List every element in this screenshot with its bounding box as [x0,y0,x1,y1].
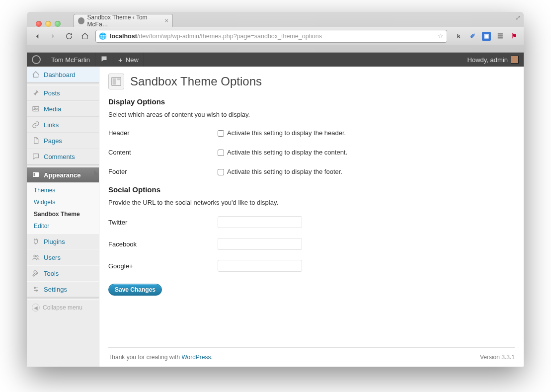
extension-bug-icon[interactable]: ⚑ [510,32,519,41]
submenu-sandbox-theme[interactable]: Sandbox Theme [27,208,99,220]
submenu-themes[interactable]: Themes [27,184,99,196]
wp-admin-bar: Tom McFarlin +New Howdy, admin [27,53,524,67]
menu-media[interactable]: Media [27,101,99,117]
header-checkbox[interactable] [218,130,224,137]
row-googleplus: Google+ [108,255,515,277]
footer-checkbox[interactable] [218,169,224,175]
menu-dashboard[interactable]: Dashboard [27,67,99,82]
home-button[interactable] [79,31,90,42]
svg-point-6 [34,287,36,289]
row-content-field[interactable]: Activate this setting to display the con… [218,149,347,156]
close-window-icon[interactable] [36,21,42,27]
wordpress-link[interactable]: WordPress [181,354,211,361]
row-facebook: Facebook [108,233,515,255]
footer-version: Version 3.3.1 [480,354,515,361]
menu-dashboard-label: Dashboard [44,71,76,78]
site-name: Tom McFarlin [51,56,90,64]
address-bar[interactable]: 🌐 localhost/dev/tom/wp/wp-admin/themes.p… [95,30,447,43]
row-content: Content Activate this setting to display… [108,143,515,162]
footer-thanks-pre: Thank you for creating with [108,354,181,361]
site-name-menu[interactable]: Tom McFarlin [46,53,95,67]
save-changes-button[interactable]: Save Changes [108,284,162,296]
menu-plugins-label: Plugins [44,238,65,245]
svg-point-7 [36,290,38,291]
display-options-desc: Select which areas of content you wish t… [108,111,515,118]
page-title-text: Sandbox Theme Options [130,75,262,88]
comment-icon [32,153,40,160]
menu-posts[interactable]: Posts [27,85,99,101]
menu-comments-label: Comments [44,153,75,160]
menu-tools[interactable]: Tools [27,265,99,281]
bookmark-star-icon[interactable]: ☆ [438,32,444,40]
appearance-icon [32,171,40,179]
pin-icon [32,89,40,97]
facebook-input[interactable] [218,238,302,250]
new-label: New [126,56,139,64]
my-account-menu[interactable]: Howdy, admin [463,53,524,67]
back-button[interactable] [32,31,43,42]
row-header: Header Activate this setting to display … [108,123,515,143]
twitter-input[interactable] [218,216,302,228]
browser-tab[interactable]: Sandbox Theme ‹ Tom McFa… × [74,14,173,27]
menu-settings[interactable]: Settings [27,281,99,297]
extension-icons: k ✐ ▣ ☰ ⚑ [452,32,519,41]
comment-bubble-icon [100,55,108,64]
page-title: Sandbox Theme Options [108,74,515,89]
content-checkbox[interactable] [218,150,224,156]
extension-stack-icon[interactable]: ☰ [496,32,505,41]
menu-pages[interactable]: Pages [27,133,99,149]
window-controls [31,17,66,27]
submenu-editor[interactable]: Editor [27,220,99,232]
comments-menu[interactable] [95,53,113,67]
collapse-icon: ◀ [32,304,40,312]
social-options-table: Twitter Facebook Google+ [108,211,515,277]
collapse-menu[interactable]: ◀Collapse menu [27,300,99,315]
howdy-text: Howdy, admin [468,56,508,64]
new-content-menu[interactable]: +New [113,53,144,67]
extension-k-icon[interactable]: k [454,32,463,41]
tools-icon [32,269,40,277]
menu-comments[interactable]: Comments [27,149,99,164]
wp-footer: Thank you for creating with WordPress. V… [108,347,515,361]
extension-eyedropper-icon[interactable]: ✐ [468,32,477,41]
menu-posts-label: Posts [44,89,60,97]
minimize-window-icon[interactable] [45,21,51,27]
dashboard-icon [32,71,40,78]
display-options-table: Header Activate this setting to display … [108,123,515,181]
tab-title: Sandbox Theme ‹ Tom McFa… [87,14,162,28]
menu-plugins[interactable]: Plugins [27,234,99,249]
settings-icon [32,285,40,293]
social-options-desc: Provide the URL to the social networks y… [108,199,515,206]
svg-point-4 [34,255,36,257]
users-icon [32,253,40,261]
browser-chrome: ⤢ Sandbox Theme ‹ Tom McFa… × 🌐 localhos… [27,12,524,53]
submenu-widgets[interactable]: Widgets [27,196,99,208]
menu-settings-label: Settings [44,286,67,293]
forward-button[interactable] [48,31,59,42]
link-icon [32,121,40,129]
svg-rect-3 [33,173,35,176]
row-footer-field[interactable]: Activate this setting to display the foo… [218,168,342,175]
zoom-window-icon[interactable] [55,21,61,27]
footer-thanks-post: . [211,354,213,361]
theme-options-icon [108,74,124,89]
reload-button[interactable] [64,31,75,42]
row-content-desc: Activate this setting to display the con… [227,149,347,156]
extension-image-icon[interactable]: ▣ [482,32,491,41]
menu-links-label: Links [44,121,59,129]
row-twitter-label: Twitter [108,211,218,233]
media-icon [32,105,40,113]
wp-logo-menu[interactable] [27,53,46,67]
menu-links[interactable]: Links [27,117,99,133]
plus-icon: + [118,56,123,64]
svg-rect-10 [117,78,120,80]
close-tab-icon[interactable]: × [164,17,168,24]
menu-users[interactable]: Users [27,249,99,265]
menu-pages-label: Pages [44,137,62,145]
row-header-field[interactable]: Activate this setting to display the hea… [218,129,346,137]
menu-appearance[interactable]: Appearance [27,167,99,183]
menu-tools-label: Tools [44,270,59,277]
googleplus-input[interactable] [218,260,302,272]
row-footer: Footer Activate this setting to display … [108,162,515,181]
wordpress-logo-icon [32,55,41,64]
